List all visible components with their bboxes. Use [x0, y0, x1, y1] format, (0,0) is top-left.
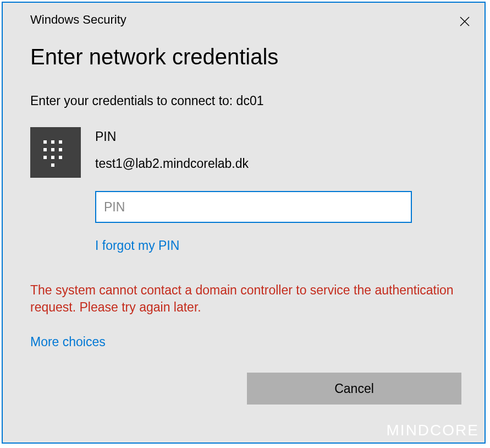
windows-security-dialog: Windows Security Enter network credentia…	[2, 2, 486, 444]
watermark: MINDCORE	[387, 422, 479, 439]
dialog-subheading: Enter your credentials to connect to: dc…	[3, 69, 485, 108]
close-icon	[459, 16, 470, 27]
cancel-button[interactable]: Cancel	[247, 373, 461, 405]
svg-rect-7	[59, 148, 62, 151]
credential-info: PIN test1@lab2.mindcorelab.dk	[95, 127, 249, 171]
more-choices-link[interactable]: More choices	[3, 316, 485, 349]
titlebar-title: Windows Security	[30, 13, 126, 27]
credential-method-label: PIN	[95, 129, 249, 144]
svg-rect-10	[59, 156, 62, 159]
svg-rect-6	[51, 148, 54, 151]
svg-rect-5	[43, 148, 47, 151]
credential-username: test1@lab2.mindcorelab.dk	[95, 156, 249, 171]
svg-rect-11	[51, 163, 54, 167]
pin-pad-icon	[30, 127, 81, 178]
error-message: The system cannot contact a domain contr…	[3, 253, 485, 316]
svg-rect-3	[51, 140, 54, 144]
credential-section: PIN test1@lab2.mindcorelab.dk	[3, 108, 485, 178]
forgot-pin-link[interactable]: I forgot my PIN	[3, 223, 485, 253]
button-row: Cancel	[3, 349, 485, 405]
svg-rect-8	[43, 156, 47, 159]
svg-rect-9	[51, 156, 54, 159]
titlebar: Windows Security	[3, 3, 485, 29]
dialog-heading: Enter network credentials	[3, 29, 485, 69]
svg-rect-4	[59, 140, 62, 144]
pin-input[interactable]	[95, 191, 412, 223]
svg-rect-2	[43, 140, 47, 144]
pin-input-row	[3, 178, 485, 223]
close-button[interactable]	[457, 14, 472, 29]
